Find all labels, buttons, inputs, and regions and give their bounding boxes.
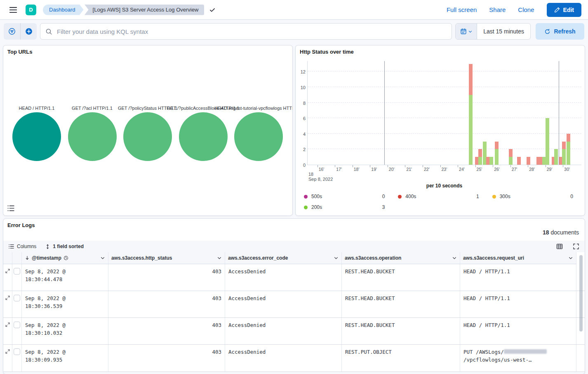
chevron-down-icon[interactable] [100, 256, 105, 260]
x-tick-mark [563, 165, 563, 167]
request-uri-cell: HEAD / HTTP/1.1 [460, 264, 576, 291]
edit-button[interactable]: Edit [547, 3, 581, 17]
chevron-down-icon [468, 29, 473, 34]
filter-circle-icon[interactable] [4, 23, 20, 40]
column-header[interactable]: aws.s3access.operation [342, 252, 460, 264]
chevron-down-icon[interactable] [334, 256, 339, 260]
x-tick-label: 30' [564, 167, 570, 172]
x-tick-label: 20' [389, 167, 395, 172]
next-row-partial [3, 372, 585, 374]
check-icon[interactable] [209, 7, 216, 13]
x-tick-mark [353, 165, 353, 167]
column-header[interactable]: aws.s3access.http_status [108, 252, 225, 264]
operation-cell: REST.HEAD.BUCKET [342, 264, 460, 291]
stacked-bar[interactable] [509, 149, 513, 165]
row-checkbox[interactable] [14, 268, 20, 275]
panel-top-urls: Top URLs HEAD / HTTP/1.1GET /?acl HTTP/1… [3, 45, 292, 215]
x-tick-mark [440, 165, 441, 167]
vertical-scrollbar[interactable] [579, 255, 583, 331]
row-checkbox[interactable] [14, 295, 20, 301]
column-header[interactable]: @timestamp [22, 252, 108, 264]
stacked-bar[interactable] [489, 157, 493, 165]
x-axis-date-label: Sep 8, 2022 [308, 177, 333, 182]
column-header-label: aws.s3access.operation [345, 255, 401, 261]
annotation-line [384, 61, 385, 165]
x-tick-mark [528, 165, 528, 167]
chevron-down-icon[interactable] [568, 256, 573, 260]
stacked-bar[interactable] [554, 149, 558, 165]
row-select-cell [12, 345, 22, 372]
bar-segment-400s [469, 64, 473, 95]
pie-slice[interactable] [12, 112, 61, 161]
full-screen-button[interactable]: Full screen [447, 6, 477, 13]
chevron-down-icon[interactable] [217, 256, 222, 260]
expand-icon[interactable] [5, 295, 11, 301]
clock-icon [64, 256, 68, 260]
legend-item[interactable]: 300s0 [487, 191, 581, 202]
x-tick-label: 29' [547, 167, 553, 172]
pie-slice[interactable] [179, 112, 228, 161]
legend-list-icon[interactable] [7, 204, 16, 212]
stacked-bar[interactable] [495, 142, 499, 165]
bar-segment-400s [478, 149, 482, 157]
calendar-icon[interactable] [456, 24, 477, 39]
share-button[interactable]: Share [489, 6, 506, 13]
bar-chart-plot [307, 61, 581, 165]
legend-item[interactable]: 500s0 [299, 191, 393, 202]
http-status-cell: 403 [108, 318, 225, 344]
operation-cell: REST.HEAD.BUCKET [342, 318, 460, 344]
request-uri-cell: HEAD / HTTP/1.1 [460, 291, 576, 317]
x-tick-label: 24' [459, 167, 465, 172]
row-select-cell [12, 264, 22, 291]
pie-slice[interactable] [68, 112, 117, 161]
kql-search-input[interactable] [56, 28, 447, 36]
expand-icon[interactable] [5, 348, 11, 354]
stacked-bar[interactable] [478, 149, 482, 165]
column-header[interactable]: aws.s3access.error_code [225, 252, 342, 264]
columns-list-icon [9, 244, 14, 249]
column-header[interactable]: aws.s3access.request_uri [460, 252, 576, 264]
y-tick-label: 0 [296, 163, 306, 168]
fullscreen-icon[interactable] [573, 243, 579, 250]
legend-dot [304, 195, 308, 199]
grid-density-icon[interactable] [556, 243, 563, 250]
expand-icon[interactable] [5, 322, 11, 327]
stacked-bar[interactable] [567, 134, 570, 165]
sorted-fields-button[interactable]: 1 field sorted [45, 244, 84, 249]
expand-icon[interactable] [5, 268, 11, 274]
stacked-bar[interactable] [527, 157, 530, 165]
y-tick-label: 10 [296, 85, 306, 90]
table-row: Sep 8, 2022 @ 18:30:09.935403AccessDenie… [3, 345, 585, 372]
pencil-icon [554, 7, 560, 13]
columns-button[interactable]: Columns [9, 244, 36, 249]
legend-item[interactable]: 200s3 [299, 202, 393, 213]
bar-segment-400s [495, 142, 499, 149]
refresh-button[interactable]: Refresh [536, 23, 584, 40]
pie-label: HEAD /ingest-tutorial-vpcflowlogs HTTP/1… [214, 106, 292, 111]
refresh-icon [544, 28, 550, 35]
row-checkbox[interactable] [14, 348, 20, 355]
breadcrumb-title[interactable]: [Logs AWS] S3 Server Access Log Overview [85, 5, 205, 15]
breadcrumb-dashboard[interactable]: Dashboard [43, 5, 84, 15]
space-avatar[interactable]: D [26, 5, 36, 15]
bar-segment-400s [527, 157, 530, 165]
panel-title: Http Status over time [300, 49, 354, 55]
stacked-bar[interactable] [562, 142, 566, 165]
add-filter-plus-icon[interactable] [20, 23, 37, 40]
stacked-bar[interactable] [546, 118, 549, 165]
pie-slice[interactable] [123, 112, 172, 161]
datagrid-toolbar: Columns 1 field sorted [3, 241, 585, 252]
bar-segment-200s [495, 149, 499, 165]
pie-slice[interactable] [234, 112, 283, 161]
clone-button[interactable]: Clone [518, 6, 534, 13]
y-tick-label: 12 [296, 69, 306, 74]
row-checkbox[interactable] [14, 322, 20, 328]
bar-segment-400s [562, 142, 566, 149]
legend-item[interactable]: 400s1 [393, 191, 487, 202]
chevron-down-icon[interactable] [452, 256, 457, 260]
bar-segment-200s [567, 142, 570, 165]
time-range-button[interactable]: Last 15 minutes [477, 24, 530, 39]
menu-icon[interactable] [7, 3, 20, 17]
stacked-bar[interactable] [517, 157, 521, 165]
stacked-bar[interactable] [469, 64, 473, 165]
